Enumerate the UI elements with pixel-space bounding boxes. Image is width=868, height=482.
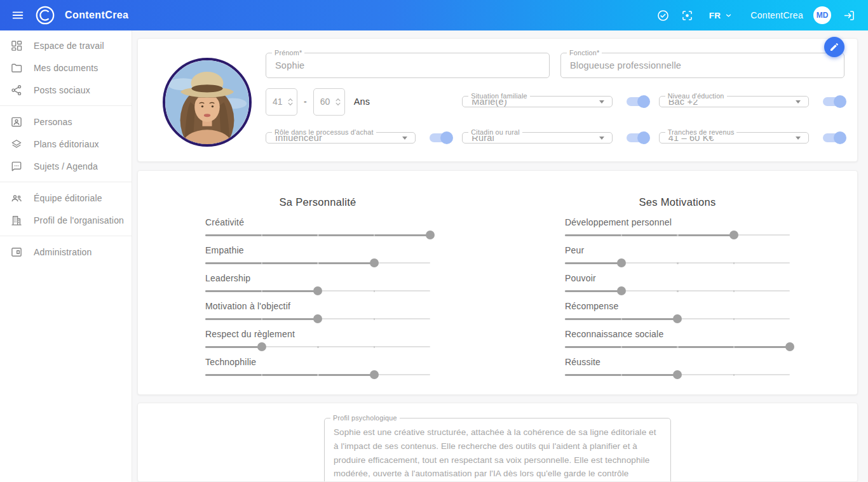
age-min-value: 41 <box>273 97 287 107</box>
recompense-slider[interactable] <box>565 314 790 323</box>
slider-mark <box>733 262 735 264</box>
slider-thumb[interactable] <box>673 314 682 323</box>
sidebar-item-label: Mes documents <box>34 63 98 73</box>
sidebar-item-sujets-agenda[interactable]: Sujets / Agenda <box>0 155 132 177</box>
topbar-left: ContentCrea <box>6 4 128 27</box>
citadin-rural-toggle[interactable] <box>627 133 648 142</box>
sidebar-item-personas[interactable]: Personas <box>0 110 132 133</box>
slider-thumb[interactable] <box>785 342 794 351</box>
niveau-education-toggle[interactable] <box>823 97 844 106</box>
motivations-column: Ses Motivations Développement personnelP… <box>498 196 857 394</box>
fonction-field[interactable]: Fonction* Blogueuse professionnelle <box>560 53 844 78</box>
slider-thumb[interactable] <box>617 258 626 267</box>
sidebar-item-espace-de-travail[interactable]: Espace de travail <box>0 34 132 57</box>
empathie-slider[interactable] <box>205 258 430 267</box>
slider-thumb[interactable] <box>426 231 435 239</box>
select-label: Rôle dans le processus d'achat <box>272 128 376 136</box>
niveau-education-select[interactable]: Niveau d'éduction Bac +2 <box>659 96 809 107</box>
menu-icon[interactable] <box>6 4 29 27</box>
slider-row-respect-du-reglement: Respect du règlement <box>205 328 430 351</box>
role-processus-achat-select[interactable]: Rôle dans le processus d'achat Influence… <box>266 132 416 144</box>
slider-label: Peur <box>565 244 790 256</box>
number-spinner-icon[interactable] <box>287 97 294 107</box>
dropdown-arrow-icon <box>402 137 407 140</box>
slider-mark <box>621 318 623 320</box>
citadin-rural-group: Citadin ou rural Rural <box>462 125 648 151</box>
creativite-slider[interactable] <box>205 231 430 239</box>
slider-row-developpement-personnel: Développement personnel <box>565 217 790 239</box>
slider-row-leadership: Leadership <box>205 272 430 295</box>
age-min-input[interactable]: 41 <box>266 88 297 116</box>
situation-familiale-group: Situation familiale Marié(e) <box>462 88 648 116</box>
slider-label: Réussite <box>565 356 790 368</box>
slider-thumb[interactable] <box>370 258 379 267</box>
fonction-value: Blogueuse professionnelle <box>570 60 681 70</box>
dropdown-arrow-icon <box>599 100 604 104</box>
developpement-personnel-slider[interactable] <box>565 231 790 239</box>
slider-label: Empathie <box>205 244 430 256</box>
leadership-slider[interactable] <box>205 286 430 295</box>
slider-mark <box>317 234 319 236</box>
tranches-revenus-select[interactable]: Tranches de revenus 41 – 60 K€ <box>659 132 809 144</box>
psych-profile-label: Profil psychologique <box>330 414 400 422</box>
slider-thumb[interactable] <box>673 370 682 379</box>
reussite-slider[interactable] <box>565 370 790 379</box>
slider-thumb[interactable] <box>729 231 738 239</box>
slider-thumb[interactable] <box>257 342 266 351</box>
workspace-name: ContentCrea <box>750 10 803 20</box>
situation-familiale-toggle[interactable] <box>627 97 648 106</box>
slider-mark <box>317 262 319 264</box>
sidebar-item-plans-editoriaux[interactable]: Plans éditoriaux <box>0 133 132 155</box>
slider-thumb[interactable] <box>313 314 322 323</box>
slider-mark <box>733 346 735 348</box>
slider-thumb[interactable] <box>313 286 322 295</box>
pouvoir-slider[interactable] <box>565 286 790 295</box>
tranches-revenus-toggle[interactable] <box>823 133 844 142</box>
psych-profile-textarea[interactable]: Profil psychologique Sophie est une créa… <box>324 418 671 482</box>
slider-mark <box>374 234 376 236</box>
citadin-rural-select[interactable]: Citadin ou rural Rural <box>462 132 612 144</box>
personality-column: Sa Personnalité CréativitéEmpathieLeader… <box>138 196 498 394</box>
age-unit-label: Ans <box>354 97 370 107</box>
reconnaissance-sociale-slider[interactable] <box>565 342 790 351</box>
slider-row-recompense: Récompense <box>565 300 790 323</box>
center-focus-icon[interactable] <box>676 4 699 27</box>
age-max-input[interactable]: 60 <box>313 88 345 116</box>
slider-mark <box>317 374 319 376</box>
edit-button[interactable] <box>824 37 844 57</box>
chevron-down-icon <box>724 11 733 20</box>
slider-thumb[interactable] <box>617 286 626 295</box>
logout-icon[interactable] <box>837 4 860 27</box>
sidebar-item-mes-documents[interactable]: Mes documents <box>0 57 132 79</box>
pencil-icon <box>829 42 839 52</box>
sidebar-item-equipe-editoriale[interactable]: Équipe éditoriale <box>0 187 132 209</box>
layers-icon <box>10 138 23 151</box>
language-selector[interactable]: FR <box>709 11 733 20</box>
avatar[interactable]: MD <box>813 6 831 24</box>
number-spinner-icon[interactable] <box>335 97 341 107</box>
slider-label: Reconnaissance sociale <box>565 328 790 340</box>
slider-mark <box>677 346 679 348</box>
people-icon <box>10 192 23 204</box>
slider-label: Pouvoir <box>565 272 790 284</box>
role-processus-achat-toggle[interactable] <box>430 133 451 142</box>
situation-familiale-select[interactable]: Situation familiale Marié(e) <box>462 96 612 107</box>
sidebar-item-label: Sujets / Agenda <box>34 161 98 171</box>
respect-du-reglement-slider[interactable] <box>205 342 430 351</box>
sidebar-item-administration[interactable]: Administration <box>0 241 132 263</box>
technophilie-slider[interactable] <box>205 370 430 379</box>
identity-card: Prénom* Sophie Fonction* Blogueuse profe… <box>137 38 858 162</box>
sidebar-item-posts-sociaux[interactable]: Posts sociaux <box>0 79 132 101</box>
sidebar-item-label: Équipe éditoriale <box>34 193 102 203</box>
motivation-a-l-objectif-slider[interactable] <box>205 314 430 323</box>
validate-check-icon[interactable] <box>652 4 675 27</box>
peur-slider[interactable] <box>565 258 790 267</box>
slider-mark <box>677 290 679 292</box>
slider-thumb[interactable] <box>370 370 379 379</box>
age-range-group: 41 - 60 Ans <box>266 88 451 116</box>
prenom-field[interactable]: Prénom* Sophie <box>266 53 550 78</box>
slider-label: Développement personnel <box>565 217 790 228</box>
slider-row-pouvoir: Pouvoir <box>565 272 790 295</box>
sidebar-item-profil-de-l-organisation[interactable]: Profil de l'organisation <box>0 209 132 231</box>
slider-mark <box>733 290 735 292</box>
